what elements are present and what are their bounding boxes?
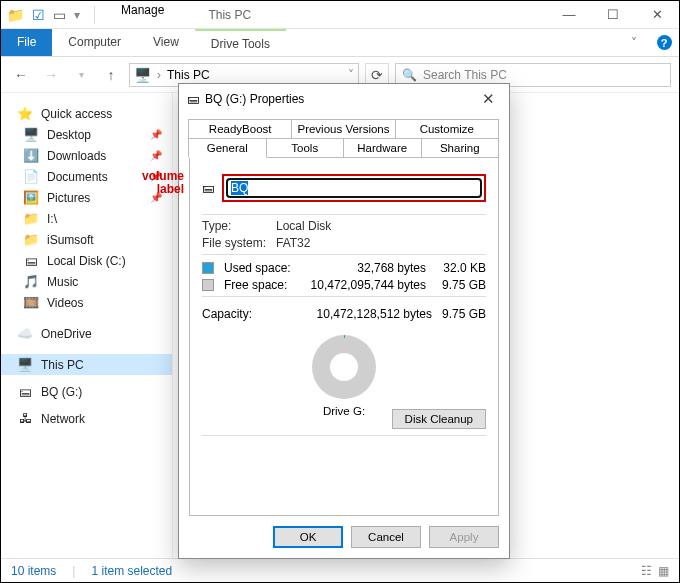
tab-readyboost[interactable]: ReadyBoost — [188, 119, 292, 139]
forward-button[interactable]: → — [39, 63, 63, 87]
sidebar-item-localdisk-c[interactable]: 🖴Local Disk (C:) — [1, 250, 172, 271]
sidebar-onedrive[interactable]: ☁️OneDrive — [1, 323, 172, 344]
search-icon: 🔍 — [402, 68, 417, 82]
status-selection: 1 item selected — [91, 564, 172, 578]
this-pc-icon: 🖥️ — [17, 357, 33, 372]
sidebar-item-label: Downloads — [47, 149, 106, 163]
drive-icon: 🖴 — [202, 181, 214, 195]
sidebar-this-pc[interactable]: 🖥️This PC — [1, 354, 172, 375]
folder-icon: 📁 — [23, 211, 39, 226]
sidebar-bq-drive[interactable]: 🖴BQ (G:) — [1, 381, 172, 402]
dialog-title-bar[interactable]: 🖴 BQ (G:) Properties ✕ — [179, 84, 509, 114]
sidebar-item-label: Desktop — [47, 128, 91, 142]
address-dropdown-icon[interactable]: ˅ — [348, 68, 354, 82]
sidebar-item-idrive[interactable]: 📁I:\ — [1, 208, 172, 229]
pictures-icon: 🖼️ — [23, 190, 39, 205]
used-label: Used space: — [224, 261, 296, 275]
title-bar: 📁 ☑ ▭ ▾ Manage This PC — ☐ ✕ — [1, 1, 679, 29]
sidebar-item-desktop[interactable]: 🖥️Desktop📌 — [1, 124, 172, 145]
dialog-title: BQ (G:) Properties — [205, 92, 304, 106]
used-human: 32.0 KB — [432, 261, 486, 275]
maximize-button[interactable]: ☐ — [591, 1, 635, 28]
music-icon: 🎵 — [23, 274, 39, 289]
sidebar-network[interactable]: 🖧Network — [1, 408, 172, 429]
status-bar: 10 items | 1 item selected ☷ ▦ — [1, 558, 679, 582]
view-large-icon[interactable]: ▦ — [658, 564, 669, 578]
navigation-pane: ⭐Quick access 🖥️Desktop📌 ⬇️Downloads📌 📄D… — [1, 93, 173, 558]
qat-dropdown-icon[interactable]: ▾ — [74, 8, 80, 22]
filesystem-label: File system: — [202, 236, 276, 250]
help-icon: ? — [657, 35, 672, 50]
window-title: This PC — [178, 1, 547, 28]
sidebar-item-isumsoft[interactable]: 📁iSumsoft — [1, 229, 172, 250]
sidebar-item-label: Local Disk (C:) — [47, 254, 126, 268]
sidebar-item-label: Quick access — [41, 107, 112, 121]
tab-view[interactable]: View — [137, 29, 195, 56]
disk-cleanup-button[interactable]: Disk Cleanup — [392, 409, 486, 429]
sidebar-item-label: iSumsoft — [47, 233, 94, 247]
network-icon: 🖧 — [17, 411, 33, 426]
cloud-icon: ☁️ — [17, 326, 33, 341]
tab-general[interactable]: General — [188, 138, 267, 158]
desktop-icon: 🖥️ — [23, 127, 39, 142]
back-button[interactable]: ← — [9, 63, 33, 87]
page-icon[interactable]: ▭ — [53, 7, 66, 23]
help-button[interactable]: ? — [649, 29, 679, 56]
sidebar-item-label: This PC — [41, 358, 84, 372]
capacity-human: 9.75 GB — [432, 307, 486, 321]
sidebar-item-label: Network — [41, 412, 85, 426]
sidebar-item-videos[interactable]: 🎞️Videos — [1, 292, 172, 313]
videos-icon: 🎞️ — [23, 295, 39, 310]
sidebar-item-music[interactable]: 🎵Music — [1, 271, 172, 292]
filesystem-value: FAT32 — [276, 236, 310, 250]
tab-previous-versions[interactable]: Previous Versions — [291, 119, 395, 139]
view-details-icon[interactable]: ☷ — [641, 564, 652, 578]
ribbon-tabs: File Computer View Drive Tools ˅ ? — [1, 29, 679, 57]
up-button[interactable]: ↑ — [99, 63, 123, 87]
ribbon-collapse-icon[interactable]: ˅ — [619, 29, 649, 56]
ok-button[interactable]: OK — [273, 526, 343, 548]
pin-icon: 📌 — [150, 129, 162, 140]
tab-computer[interactable]: Computer — [52, 29, 137, 56]
close-button[interactable]: ✕ — [635, 1, 679, 28]
sidebar-item-label: Music — [47, 275, 78, 289]
contextual-tab-group: Manage — [107, 1, 178, 28]
tab-drive-tools[interactable]: Drive Tools — [195, 29, 286, 56]
type-label: Type: — [202, 219, 276, 233]
dialog-tabs-row1: ReadyBoost Previous Versions Customize — [189, 120, 499, 139]
free-bytes: 10,472,095,744 bytes — [302, 278, 426, 292]
this-pc-icon: 🖥️ — [134, 67, 151, 83]
tab-customize[interactable]: Customize — [395, 119, 499, 139]
sidebar-quick-access[interactable]: ⭐Quick access — [1, 103, 172, 124]
used-bytes: 32,768 bytes — [302, 261, 426, 275]
free-label: Free space: — [224, 278, 296, 292]
file-tab[interactable]: File — [1, 29, 52, 56]
volume-label-input[interactable] — [226, 178, 482, 198]
recent-locations-icon[interactable]: ▾ — [69, 63, 93, 87]
search-placeholder: Search This PC — [423, 68, 507, 82]
annotation-volume-label: volume label — [142, 170, 184, 195]
usage-pie-chart — [312, 335, 376, 399]
tab-sharing[interactable]: Sharing — [421, 138, 500, 158]
drive-icon: 🖴 — [17, 384, 33, 399]
properties-dialog: 🖴 BQ (G:) Properties ✕ ReadyBoost Previo… — [178, 83, 510, 559]
star-icon: ⭐ — [17, 106, 33, 121]
minimize-button[interactable]: — — [547, 1, 591, 28]
capacity-label: Capacity: — [202, 307, 290, 321]
breadcrumb[interactable]: This PC — [167, 68, 210, 82]
dialog-close-button[interactable]: ✕ — [476, 90, 501, 108]
drive-icon: 🖴 — [23, 253, 39, 268]
contextual-tab-header: Manage — [107, 1, 178, 19]
sidebar-item-label: I:\ — [47, 212, 57, 226]
apply-button[interactable]: Apply — [429, 526, 499, 548]
folder-icon[interactable]: 📁 — [7, 7, 24, 23]
dialog-buttons: OK Cancel Apply — [189, 516, 499, 548]
sidebar-item-label: BQ (G:) — [41, 385, 82, 399]
sidebar-item-label: OneDrive — [41, 327, 92, 341]
cancel-button[interactable]: Cancel — [351, 526, 421, 548]
free-swatch — [202, 279, 214, 291]
checkbox-icon[interactable]: ☑ — [32, 7, 45, 23]
tab-hardware[interactable]: Hardware — [343, 138, 422, 158]
tab-tools[interactable]: Tools — [266, 138, 345, 158]
sidebar-item-downloads[interactable]: ⬇️Downloads📌 — [1, 145, 172, 166]
